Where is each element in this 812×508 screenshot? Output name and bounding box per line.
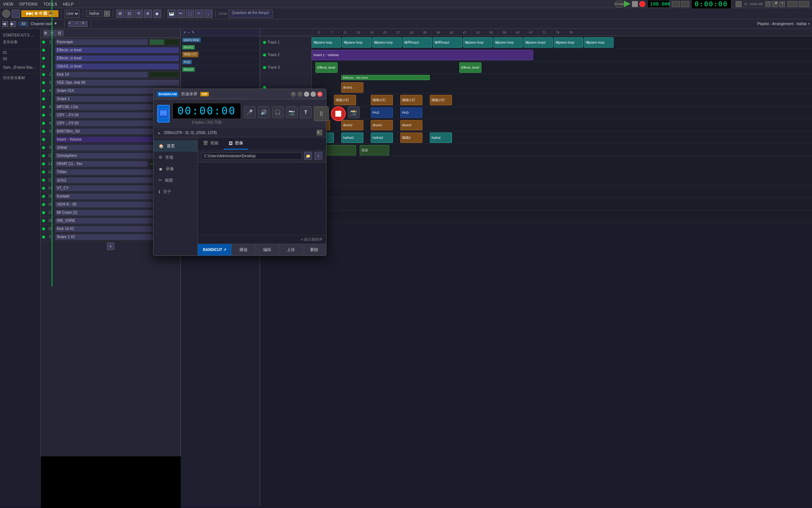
clip-9-3[interactable]: 嗡嗡3 xyxy=(400,133,422,143)
clip-2-0[interactable]: Insert 1 - Volume xyxy=(312,50,533,60)
sidebar-item-future[interactable]: Sam...[Future Bass Edition] xyxy=(1,65,39,70)
ch-led-10[interactable] xyxy=(42,114,45,117)
ch-led-11[interactable] xyxy=(42,122,45,125)
snap-btn[interactable]: ⊞ xyxy=(116,10,124,18)
ch-name-1[interactable]: Keyscape xyxy=(55,39,148,45)
clip-1-2[interactable]: 钢piano loop xyxy=(372,37,402,48)
band-mic-btn[interactable]: 🎤 xyxy=(244,106,256,118)
clip-8-3[interactable]: drum2 xyxy=(400,120,422,130)
ch-led-8[interactable] xyxy=(42,97,45,100)
ch-name-2[interactable]: Effectri..ix level xyxy=(55,47,179,53)
track-label-1[interactable]: Track 1 xyxy=(260,36,312,48)
mixer-label-1[interactable]: drum1 xyxy=(182,45,195,49)
mixer-label-0[interactable]: piano loop xyxy=(182,38,201,42)
ch-led-4[interactable] xyxy=(42,65,45,68)
ch-led-7[interactable] xyxy=(42,89,45,92)
band-play-btn[interactable]: 播放 xyxy=(231,244,255,255)
maximize-btn[interactable]: □ xyxy=(311,92,316,97)
select-btn[interactable]: ⬚ xyxy=(186,10,194,18)
clip-10-1[interactable]: 弦乐 xyxy=(360,145,389,155)
ch-led-23[interactable] xyxy=(42,227,45,230)
band-camera-btn[interactable]: 📸 xyxy=(348,106,360,118)
clip-6-2[interactable]: 嗡嗡小打 xyxy=(400,95,422,105)
ch-led-5[interactable] xyxy=(42,73,45,76)
ch-name-5[interactable]: Kick 14 xyxy=(55,72,148,78)
ch-led-19[interactable] xyxy=(42,195,45,198)
clip-9-1[interactable]: haihai2 xyxy=(341,133,363,143)
band-tab-video[interactable]: 🎬 视频 xyxy=(198,137,224,150)
bpm-display[interactable]: 100.000 xyxy=(647,0,670,8)
clip-3-1[interactable]: Effectr..level xyxy=(459,62,481,73)
ch-name-4[interactable]: Glitch2..ix level xyxy=(55,64,179,69)
clip-6-3[interactable]: 嗡嗡小打 xyxy=(430,95,452,105)
band-webcam-btn[interactable]: 📷 xyxy=(286,106,298,118)
loop-btn[interactable]: ⟲ xyxy=(135,10,143,18)
folder-window-btn[interactable] xyxy=(297,92,303,97)
clip-1-3[interactable]: 钢琴loop2 xyxy=(402,37,432,48)
clip-1-9[interactable]: 钢piano loop xyxy=(584,37,614,48)
clip-1-0[interactable]: 钢piano loop xyxy=(312,37,341,48)
band-delete-btn[interactable]: 删除 xyxy=(303,244,326,255)
clip-4-effectrix[interactable]: Effectrix - Mix level xyxy=(341,75,430,80)
dim-collapse-btn[interactable]: ▲ xyxy=(317,130,322,135)
clip-8-1[interactable]: drum2 xyxy=(341,120,363,130)
ch-led-insert[interactable] xyxy=(42,138,45,141)
piano-btn[interactable]: 🎹 xyxy=(167,10,176,18)
add-preset-btn[interactable]: + xyxy=(104,11,110,17)
mixer-label-2[interactable]: 嗡嗡小打 xyxy=(182,52,198,57)
band-pause-btn[interactable]: ⏸ xyxy=(314,106,329,121)
band-nav-screenshot[interactable]: ✂ 截图 xyxy=(153,175,197,186)
ch-led-14[interactable] xyxy=(42,154,45,157)
ch-led-6[interactable] xyxy=(42,81,45,84)
ch-led-9[interactable] xyxy=(42,106,45,109)
ch-led-20[interactable] xyxy=(42,203,45,206)
band-path-input[interactable] xyxy=(201,152,302,159)
ch-led-3[interactable] xyxy=(42,57,45,60)
ch-led-17[interactable] xyxy=(42,179,45,182)
metro-btn[interactable]: ⊕ xyxy=(144,10,152,18)
ch-led-15[interactable] xyxy=(42,162,45,165)
refresh-btn[interactable] xyxy=(2,10,10,18)
all-btn[interactable]: All xyxy=(18,21,28,27)
record2-btn[interactable]: ⏺ xyxy=(153,10,161,18)
band-nav-home[interactable]: 🏠 首页 xyxy=(153,140,197,152)
ch-led-21[interactable] xyxy=(42,211,45,214)
clip-1-1[interactable]: 钢piano loop xyxy=(342,37,372,48)
mix-pen[interactable]: ✎ xyxy=(82,21,87,27)
ch-seq-5[interactable] xyxy=(149,72,179,78)
help-window-btn[interactable]: ? xyxy=(291,92,296,97)
ch-name-6[interactable]: VEE Ope..ihat 06 xyxy=(55,80,179,86)
menu-options[interactable]: OPTIONS xyxy=(19,2,38,6)
ch-led-18[interactable] xyxy=(42,187,45,190)
pat-button[interactable] xyxy=(672,1,680,7)
track-label-2[interactable]: Track 2 xyxy=(260,49,312,61)
record-button[interactable] xyxy=(639,1,645,7)
sidebar-item-0[interactable]: STARTER.KIT.3.WAV xyxy=(1,32,39,38)
channel-rack-label[interactable]: Channel rack xyxy=(31,22,52,26)
help-icon[interactable]: ? xyxy=(779,1,785,7)
menu-view[interactable]: VIEW xyxy=(3,2,13,6)
tempo-display[interactable]: ▶▶| ⊕ ⟲ ⛓ 📥 xyxy=(21,10,58,17)
clip-1-7[interactable]: 钢piano loop2 xyxy=(524,37,553,48)
clip-5-0[interactable]: drum1 xyxy=(341,82,363,93)
mix-arrow[interactable]: ↔ xyxy=(75,21,81,27)
magnet-btn[interactable]: ⊡ xyxy=(125,10,134,18)
mix-icon[interactable]: ≡ xyxy=(68,21,74,27)
sub-nav-right[interactable]: ▶ xyxy=(10,21,16,27)
band-mode-btn[interactable] xyxy=(157,105,170,123)
stop-button[interactable] xyxy=(632,1,638,7)
sort-label[interactable]: ≡ 按日期排序 xyxy=(301,237,322,242)
ch-led-1[interactable] xyxy=(42,41,45,44)
band-edit-btn[interactable]: 编辑 xyxy=(255,244,279,255)
line-type-select[interactable]: Line xyxy=(65,10,80,18)
clip-3-0[interactable]: Effectr..level xyxy=(315,62,338,73)
band-nav-general[interactable]: ⚙ 常规 xyxy=(153,152,197,163)
band-tab-image[interactable]: 🖼 图像 xyxy=(224,137,248,150)
sub-nav-left[interactable]: ◀ xyxy=(2,21,8,27)
band-text-btn[interactable]: T xyxy=(300,106,312,118)
ch-name-15[interactable]: HIHAT (1) - Yes xyxy=(55,161,148,167)
bandicut-btn[interactable]: BANDICUT ↗ xyxy=(198,244,231,255)
clip-9-2[interactable]: haihai2 xyxy=(371,133,393,143)
quantize-button[interactable]: Quantize all the things! xyxy=(228,10,273,18)
clip-8-2[interactable]: drum2 xyxy=(371,120,393,130)
